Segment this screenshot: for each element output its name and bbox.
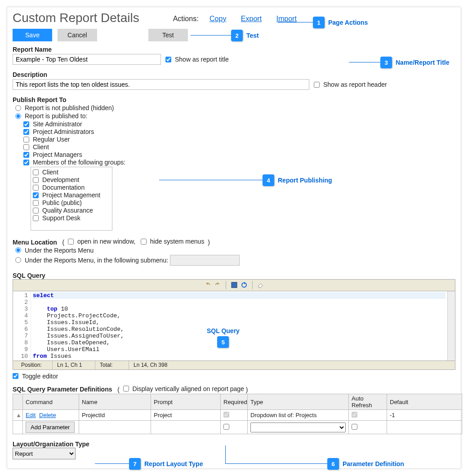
annotation-4: 4Report Publishing <box>263 174 332 186</box>
display-vert-checkbox[interactable] <box>123 386 129 391</box>
annotation-7: 7Report Layout Type <box>129 458 203 470</box>
group-development[interactable]: Development <box>33 176 112 183</box>
sql-toolbar <box>13 279 455 291</box>
param-row: ▲▼ Edit Delete ProjectId Project Dropdow… <box>13 410 462 421</box>
hide-system-menus[interactable]: hide system menus <box>141 238 205 245</box>
show-as-header-checkbox[interactable] <box>314 82 320 88</box>
action-copy[interactable]: Copy <box>209 15 226 22</box>
members-of-groups[interactable]: Members of the following groups: <box>23 159 455 166</box>
radio-published-to[interactable] <box>15 113 21 119</box>
toggle-editor[interactable]: Toggle editor <box>13 373 455 380</box>
role-regular-user[interactable]: Regular User <box>23 136 455 143</box>
sql-query-label: SQL Query <box>13 272 455 279</box>
fullscreen-icon[interactable] <box>231 281 238 289</box>
hide-sys-checkbox[interactable] <box>141 239 147 245</box>
group-documentation[interactable]: Documentation <box>33 184 112 191</box>
publish-label: Publish Report To <box>13 96 455 103</box>
open-new-window[interactable]: open in new window, <box>68 238 135 245</box>
reorder-arrows[interactable]: ▲▼ <box>13 410 23 421</box>
test-button[interactable]: Test <box>148 29 188 41</box>
description-label: Description <box>13 71 455 78</box>
toggle-editor-checkbox[interactable] <box>13 373 18 379</box>
add-parameter-button[interactable]: Add Parameter <box>26 422 75 433</box>
action-import[interactable]: Import <box>276 15 297 22</box>
group-project-management[interactable]: Project Management <box>33 191 112 199</box>
param-delete-link[interactable]: Delete <box>39 412 56 418</box>
submenu-input[interactable] <box>170 255 240 266</box>
param-autorefresh-checkbox <box>352 412 357 418</box>
show-as-title-checkbox[interactable] <box>165 57 171 62</box>
display-vertically[interactable]: Display vertically aligned on report pag… <box>123 385 244 392</box>
role-site-administrator[interactable]: Site Administrator <box>23 120 455 128</box>
annotation-3: 3Name/Report Title <box>380 57 450 68</box>
role-project-managers[interactable]: Project Managers <box>23 151 455 158</box>
group-quality-assurance[interactable]: Quality Assurance <box>33 207 112 214</box>
param-edit-link[interactable]: Edit <box>26 412 36 418</box>
radio-under-submenu[interactable] <box>15 257 21 263</box>
group-public-public-[interactable]: Public (public) <box>33 199 112 206</box>
annotation-5: SQL Query 5 <box>207 327 240 348</box>
role-client[interactable]: Client <box>23 143 455 151</box>
page-title: Custom Report Details <box>13 11 139 25</box>
param-defs-label: SQL Query Parameter Definitions <box>13 386 112 393</box>
param-add-row: Add Parameter <box>13 421 462 434</box>
annotation-6: 6Parameter Definition <box>327 458 404 470</box>
refresh-icon[interactable] <box>241 281 248 289</box>
radio-under-reports[interactable] <box>15 247 21 253</box>
actions-label: Actions: <box>173 15 199 22</box>
undo-icon[interactable] <box>204 281 211 289</box>
annotation-2: 2Test <box>231 30 259 41</box>
param-header-row: Command Name Prompt Required Type Auto R… <box>13 394 462 410</box>
param-table: Command Name Prompt Required Type Auto R… <box>13 394 462 434</box>
cancel-button[interactable]: Cancel <box>58 29 97 41</box>
description-input[interactable] <box>13 79 309 90</box>
sql-editor[interactable]: 12345678910 select top 10 Projects.Proje… <box>13 291 455 361</box>
svg-rect-0 <box>232 282 237 288</box>
layout-type-select[interactable]: Report <box>13 448 76 459</box>
action-export[interactable]: Export <box>241 15 262 22</box>
role-project-administrators[interactable]: Project Administrators <box>23 128 455 135</box>
new-param-autorefresh[interactable] <box>352 424 357 430</box>
erase-icon[interactable] <box>257 281 264 289</box>
report-name-input[interactable] <box>13 54 161 65</box>
members-checkbox[interactable] <box>23 160 29 165</box>
open-new-window-checkbox[interactable] <box>68 239 74 245</box>
save-button[interactable]: Save <box>13 29 52 41</box>
radio-not-published[interactable] <box>15 105 21 111</box>
redo-icon[interactable] <box>214 281 221 289</box>
sql-scrollbar[interactable] <box>447 291 455 360</box>
sql-status-bar: Position: Ln 1, Ch 1 Total: Ln 14, Ch 39… <box>13 361 455 370</box>
show-as-title[interactable]: Show as report title <box>165 56 229 63</box>
show-as-header[interactable]: Show as report header <box>314 81 387 88</box>
new-param-type-select[interactable] <box>250 423 346 432</box>
annotation-1: 1Page Actions <box>313 17 368 28</box>
report-name-label: Report Name <box>13 46 455 53</box>
group-client[interactable]: Client <box>33 169 112 176</box>
new-param-required[interactable] <box>223 424 229 430</box>
menu-location-label: Menu Location <box>13 239 57 246</box>
groups-listbox[interactable]: ClientDevelopmentDocumentationProject Ma… <box>31 167 112 231</box>
layout-type-label: Layout/Organization Type <box>13 440 455 448</box>
group-support-desk[interactable]: Support Desk <box>33 214 112 222</box>
param-required-checkbox <box>223 412 229 418</box>
